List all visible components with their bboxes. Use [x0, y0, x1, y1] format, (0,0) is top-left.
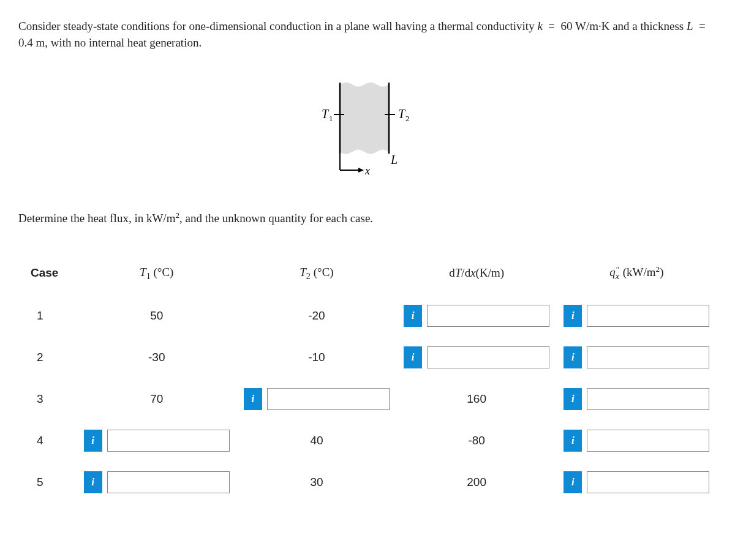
- case-number: 5: [18, 461, 77, 503]
- dTdx-value-row3: -80: [397, 420, 557, 461]
- info-icon[interactable]: i: [404, 346, 422, 368]
- table-row: 5i30200i: [18, 461, 717, 503]
- qx-input-row2[interactable]: [587, 388, 709, 410]
- table-row: 4i40-80i: [18, 420, 717, 461]
- info-icon[interactable]: i: [404, 305, 422, 327]
- T2-value-row4: 30: [236, 461, 396, 503]
- case-number: 2: [18, 337, 77, 378]
- info-icon[interactable]: i: [564, 346, 582, 368]
- header-dTdx: dT/dx(K/m): [397, 258, 557, 295]
- T1-input-row4[interactable]: [107, 471, 230, 493]
- problem-statement: Consider steady-state conditions for one…: [18, 18, 717, 51]
- info-icon[interactable]: i: [564, 388, 582, 410]
- header-T1: T1 (°C): [77, 258, 236, 295]
- case-number: 1: [18, 295, 77, 337]
- problem-text: Consider steady-state conditions for one…: [18, 20, 709, 49]
- qx-input-row4[interactable]: [587, 471, 709, 493]
- info-icon[interactable]: i: [84, 430, 102, 452]
- diagram-T1-sub: 1: [329, 114, 333, 123]
- case-number: 3: [18, 378, 77, 420]
- case-number: 4: [18, 420, 77, 461]
- info-icon[interactable]: i: [244, 388, 262, 410]
- diagram-T2-sub: 2: [405, 114, 410, 123]
- info-icon[interactable]: i: [564, 471, 582, 493]
- header-qx: qx″(kW/m2): [557, 258, 717, 295]
- diagram-x-label: x: [364, 165, 370, 177]
- info-icon[interactable]: i: [564, 430, 582, 452]
- header-case: Case: [18, 258, 77, 295]
- diagram-L-label: L: [390, 153, 398, 166]
- qx-input-row3[interactable]: [587, 430, 709, 452]
- T1-input-row3[interactable]: [107, 430, 230, 452]
- svg-marker-6: [358, 168, 364, 173]
- T2-input-row2[interactable]: [267, 388, 390, 410]
- wall-diagram: T 1 T 2 x L: [18, 75, 717, 185]
- table-row: 370i160i: [18, 378, 717, 420]
- table-row: 2-30-10ii: [18, 337, 717, 378]
- dTdx-value-row2: 160: [397, 378, 557, 420]
- qx-input-row1[interactable]: [587, 346, 709, 368]
- dTdx-value-row4: 200: [397, 461, 557, 503]
- dTdx-input-row1[interactable]: [427, 346, 549, 368]
- T1-value-row0: 50: [77, 295, 236, 337]
- diagram-svg: T 1 T 2 x L: [300, 75, 435, 185]
- info-icon[interactable]: i: [564, 305, 582, 327]
- header-T2: T2 (°C): [236, 258, 396, 295]
- T2-value-row3: 40: [236, 420, 396, 461]
- info-icon[interactable]: i: [84, 471, 102, 493]
- followup-instruction: Determine the heat flux, in kW/m2, and t…: [18, 210, 717, 227]
- T2-value-row0: -20: [236, 295, 396, 337]
- T1-value-row2: 70: [77, 378, 236, 420]
- table-row: 150-20ii: [18, 295, 717, 337]
- T2-value-row1: -10: [236, 337, 396, 378]
- qx-input-row0[interactable]: [587, 305, 709, 327]
- dTdx-input-row0[interactable]: [427, 305, 549, 327]
- T1-value-row1: -30: [77, 337, 236, 378]
- data-table: Case T1 (°C) T2 (°C) dT/dx(K/m) qx″(kW/m…: [18, 258, 717, 503]
